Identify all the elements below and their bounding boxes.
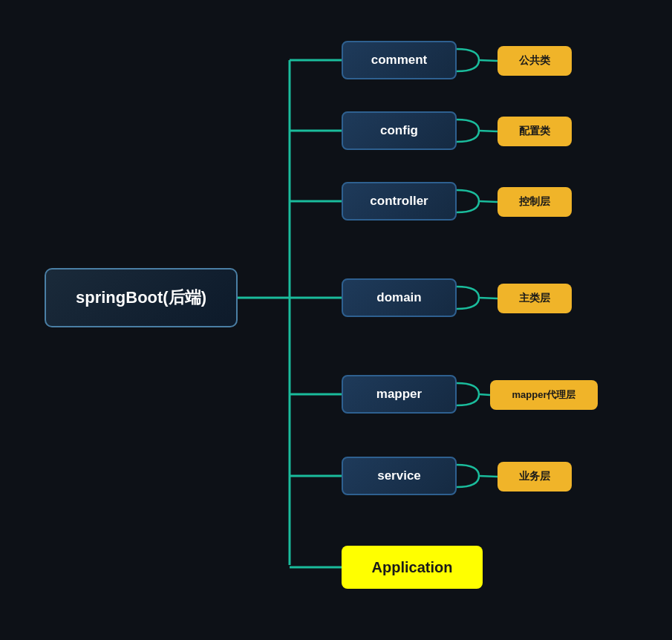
leaf-service-label: 业务层 <box>519 470 550 483</box>
branch-service: service <box>342 457 457 495</box>
root-label: springBoot(后端) <box>76 287 206 309</box>
leaf-config-label: 配置类 <box>519 125 550 138</box>
branch-service-label: service <box>377 468 421 483</box>
leaf-comment-label: 公共类 <box>519 54 550 68</box>
branch-config: config <box>342 111 457 150</box>
leaf-controller: 控制层 <box>498 187 572 217</box>
application-label: Application <box>372 559 453 576</box>
nodes-layer: springBoot(后端) comment 公共类 config 配置类 co… <box>0 0 672 640</box>
leaf-service: 业务层 <box>498 462 572 492</box>
leaf-comment: 公共类 <box>498 46 572 76</box>
leaf-mapper: mapper代理层 <box>490 380 598 410</box>
leaf-config: 配置类 <box>498 117 572 146</box>
root-node: springBoot(后端) <box>45 268 238 327</box>
branch-domain-label: domain <box>376 290 421 305</box>
leaf-controller-label: 控制层 <box>519 195 550 209</box>
branch-mapper: mapper <box>342 375 457 414</box>
branch-controller: controller <box>342 182 457 221</box>
leaf-mapper-label: mapper代理层 <box>512 388 576 402</box>
leaf-domain-label: 主类层 <box>519 292 550 305</box>
diagram-container: springBoot(后端) comment 公共类 config 配置类 co… <box>0 0 672 640</box>
leaf-domain: 主类层 <box>498 284 572 313</box>
branch-mapper-label: mapper <box>376 387 422 402</box>
branch-comment: comment <box>342 41 457 79</box>
branch-domain: domain <box>342 278 457 317</box>
branch-config-label: config <box>380 123 418 138</box>
application-node: Application <box>342 546 483 589</box>
branch-comment-label: comment <box>371 53 428 68</box>
branch-controller-label: controller <box>370 194 428 209</box>
